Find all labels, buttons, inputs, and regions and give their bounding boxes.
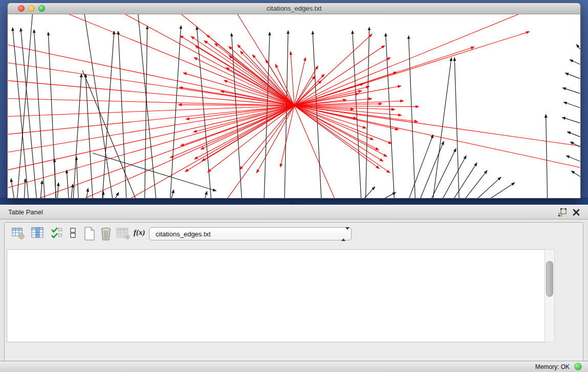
graph-edge[interactable]	[8, 106, 294, 170]
graph-edge[interactable]	[171, 190, 174, 199]
memory-ok-indicator-icon[interactable]	[574, 363, 582, 370]
graph-edge[interactable]	[76, 157, 78, 199]
table-vertical-scrollbar[interactable]	[545, 249, 555, 342]
graph-edge[interactable]	[294, 91, 362, 105]
graph-edge[interactable]	[229, 56, 294, 106]
graph-edge[interactable]	[205, 191, 207, 199]
graph-edge[interactable]	[420, 141, 444, 199]
graph-edge[interactable]	[431, 148, 456, 199]
graph-edge[interactable]	[38, 106, 294, 199]
graph-edge[interactable]	[454, 163, 477, 199]
graph-edge[interactable]	[568, 132, 580, 137]
trash-icon[interactable]	[100, 227, 113, 241]
graph-edge[interactable]	[576, 45, 580, 49]
table-panel-body: f(x) citations_edges.txt Node Table Edge…	[4, 222, 583, 372]
graph-edge[interactable]	[490, 183, 515, 199]
edge-layer	[8, 14, 580, 199]
graph-edge[interactable]	[313, 31, 321, 199]
close-panel-icon[interactable]	[572, 208, 581, 217]
status-bar: Memory: OK	[0, 361, 588, 372]
table-panel-title: Table Panel	[8, 208, 43, 216]
graph-edge[interactable]	[40, 181, 42, 199]
graph-edge[interactable]	[20, 28, 36, 199]
scrollbar-thumb[interactable]	[546, 261, 553, 297]
graph-edge[interactable]	[409, 135, 433, 199]
network-view-window: citations_edges.txt	[7, 3, 581, 199]
table-select-dropdown[interactable]: citations_edges.txt	[149, 227, 352, 240]
graph-edge[interactable]	[67, 170, 69, 199]
graph-edge[interactable]	[8, 45, 294, 106]
row-height-icon[interactable]	[69, 227, 77, 240]
graph-edge[interactable]	[13, 28, 29, 199]
network-canvas[interactable]	[8, 14, 580, 199]
graph-edge[interactable]	[546, 114, 548, 199]
graph-edge[interactable]	[170, 26, 181, 199]
node-table-viewport	[7, 249, 546, 342]
column-visibility-icon[interactable]	[31, 227, 45, 240]
graph-edge[interactable]	[69, 14, 294, 106]
graph-edge[interactable]	[294, 106, 383, 162]
graph-edge[interactable]	[17, 14, 33, 199]
graph-edge[interactable]	[294, 106, 387, 157]
graph-edge[interactable]	[294, 47, 474, 106]
graph-edge[interactable]	[294, 46, 385, 105]
graph-edge[interactable]	[477, 177, 501, 199]
delete-table-icon-disabled	[116, 227, 130, 240]
graph-edge[interactable]	[465, 170, 487, 199]
function-builder-icon[interactable]: f(x)	[134, 228, 145, 237]
graph-edge[interactable]	[24, 179, 25, 199]
graph-edge[interactable]	[84, 14, 113, 199]
graph-edge[interactable]	[570, 60, 580, 64]
citation-network-graph[interactable]	[8, 14, 580, 199]
graph-edge[interactable]	[197, 27, 211, 199]
table-settings-icon[interactable]	[12, 227, 25, 240]
window-title: citations_edges.txt	[8, 5, 580, 12]
graph-edge[interactable]	[294, 32, 529, 106]
graph-edge[interactable]	[294, 57, 306, 105]
table-select-value: citations_edges.txt	[156, 230, 211, 238]
graph-edge[interactable]	[34, 30, 45, 199]
graph-edge[interactable]	[201, 106, 294, 149]
panel-resize-grip-icon[interactable]	[290, 201, 296, 204]
graph-edge[interactable]	[294, 14, 518, 106]
graph-edge[interactable]	[433, 58, 451, 199]
graph-edge[interactable]	[408, 36, 415, 199]
graph-edge[interactable]	[115, 192, 119, 199]
graph-edge[interactable]	[294, 106, 580, 146]
graph-edge[interactable]	[564, 102, 580, 108]
graph-edge[interactable]	[291, 52, 294, 106]
graph-edge[interactable]	[237, 45, 294, 105]
graph-edge[interactable]	[195, 46, 294, 106]
graph-edge[interactable]	[366, 27, 369, 199]
graph-edge[interactable]	[571, 171, 580, 177]
graph-edge[interactable]	[567, 156, 580, 161]
graph-edge[interactable]	[565, 73, 580, 79]
window-titlebar[interactable]: citations_edges.txt	[8, 3, 580, 14]
memory-status-label: Memory: OK	[535, 363, 570, 370]
graph-edge[interactable]	[562, 117, 580, 123]
table-panel-header: Table Panel	[0, 205, 588, 220]
select-rows-icon[interactable]	[51, 227, 63, 240]
graph-edge[interactable]	[11, 179, 14, 199]
float-panel-icon[interactable]	[558, 208, 568, 217]
dropdown-arrows-icon	[341, 230, 346, 239]
graph-edge[interactable]	[571, 142, 580, 147]
graph-edge[interactable]	[145, 26, 147, 199]
graph-edge[interactable]	[563, 88, 580, 94]
new-table-icon[interactable]	[83, 227, 97, 241]
graph-edge[interactable]	[353, 31, 361, 199]
graph-edge[interactable]	[57, 183, 58, 199]
table-toolbar: f(x) citations_edges.txt	[8, 226, 519, 244]
table-panel: Table Panel	[0, 205, 588, 361]
graph-edge[interactable]	[443, 156, 466, 199]
